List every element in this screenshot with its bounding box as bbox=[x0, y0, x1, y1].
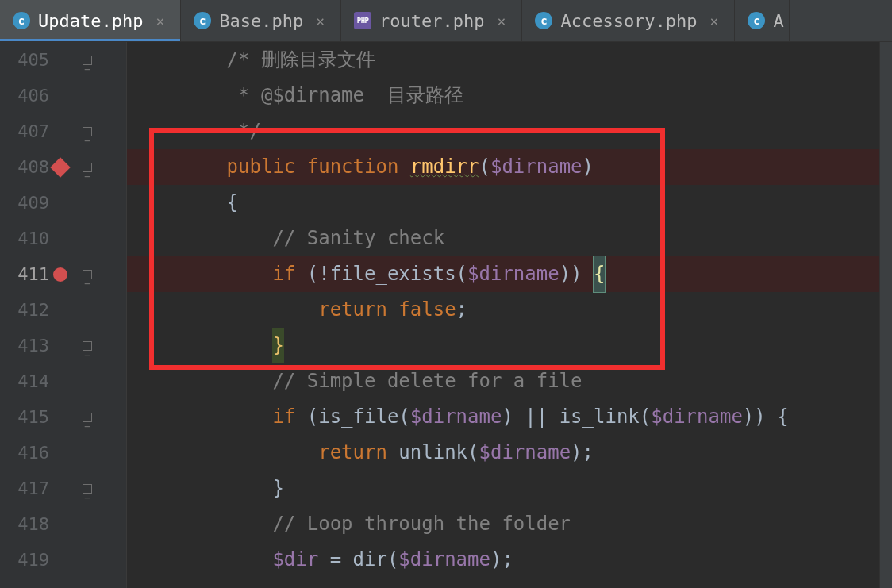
fold-slot[interactable] bbox=[71, 484, 103, 494]
code-line[interactable]: * @$dirname 目录路径 bbox=[127, 78, 892, 113]
editor: 405 406 407 408 409 410 bbox=[0, 42, 892, 588]
class-icon: c bbox=[194, 12, 211, 29]
gutter-row[interactable]: 409 bbox=[0, 185, 126, 221]
gutter: 405 406 407 408 409 410 bbox=[0, 42, 127, 588]
close-icon[interactable]: × bbox=[498, 13, 506, 29]
line-number: 408 bbox=[8, 149, 49, 185]
gutter-row[interactable]: 405 bbox=[0, 42, 126, 78]
fold-icon[interactable] bbox=[83, 163, 92, 172]
matched-brace: { bbox=[594, 256, 605, 292]
vertical-scrollbar[interactable] bbox=[879, 42, 892, 588]
fold-icon[interactable] bbox=[83, 270, 92, 279]
code-line[interactable]: */ bbox=[127, 113, 892, 149]
code-line[interactable]: // Simple delete for a file bbox=[127, 363, 892, 399]
fold-slot[interactable] bbox=[71, 127, 103, 136]
gutter-row[interactable]: 407 bbox=[0, 113, 126, 149]
class-icon: c bbox=[13, 12, 30, 29]
code-line[interactable]: if (!file_exists($dirname)) { bbox=[127, 256, 892, 292]
tab-label: router.php bbox=[379, 11, 484, 31]
fold-icon[interactable] bbox=[83, 56, 92, 65]
fold-icon[interactable] bbox=[83, 484, 92, 494]
code-line[interactable]: if (is_file($dirname) || is_link($dirnam… bbox=[127, 399, 892, 435]
breakpoint-slot[interactable] bbox=[49, 267, 71, 282]
gutter-row[interactable]: 414 bbox=[0, 363, 126, 399]
tab-label: Update.php bbox=[38, 11, 143, 31]
gutter-row[interactable]: 415 bbox=[0, 399, 126, 435]
gutter-row[interactable]: 413 bbox=[0, 328, 126, 363]
class-icon: c bbox=[748, 12, 765, 29]
line-number: 415 bbox=[8, 399, 49, 435]
breakpoint-icon[interactable] bbox=[50, 157, 70, 177]
line-number: 412 bbox=[8, 292, 49, 328]
fold-slot[interactable] bbox=[71, 341, 103, 351]
code-line[interactable]: return false; bbox=[127, 292, 892, 328]
line-number: 406 bbox=[8, 78, 49, 113]
breakpoint-slot[interactable] bbox=[49, 160, 71, 175]
gutter-row[interactable]: 410 bbox=[0, 221, 126, 256]
gutter-row[interactable]: 417 bbox=[0, 471, 126, 506]
code-line[interactable]: } bbox=[127, 471, 892, 506]
matched-brace: } bbox=[272, 328, 283, 363]
line-number: 418 bbox=[8, 506, 49, 542]
line-number: 410 bbox=[8, 221, 49, 256]
gutter-row[interactable]: 411 bbox=[0, 256, 126, 292]
breakpoint-icon[interactable] bbox=[53, 267, 67, 282]
code-line[interactable]: /* 删除目录文件 bbox=[127, 42, 892, 78]
gutter-row[interactable]: 408 bbox=[0, 149, 126, 185]
tab-label: Base.php bbox=[219, 11, 303, 31]
gutter-row[interactable]: 416 bbox=[0, 435, 126, 471]
code-line[interactable]: $dir = dir($dirname); bbox=[127, 542, 892, 578]
tab-truncated[interactable]: c A bbox=[735, 0, 789, 41]
fold-slot[interactable] bbox=[71, 163, 103, 172]
tab-accessory-php[interactable]: c Accessory.php × bbox=[522, 0, 735, 41]
tab-label: Accessory.php bbox=[560, 11, 697, 31]
line-number: 419 bbox=[8, 542, 49, 578]
tab-bar: c Update.php × c Base.php × PHP router.p… bbox=[0, 0, 892, 42]
gutter-row[interactable]: 419 bbox=[0, 542, 126, 578]
tab-base-php[interactable]: c Base.php × bbox=[181, 0, 341, 41]
close-icon[interactable]: × bbox=[710, 13, 719, 29]
code-pane[interactable]: /* 删除目录文件 * @$dirname 目录路径 */ public fun… bbox=[127, 42, 892, 588]
class-icon: c bbox=[535, 12, 552, 29]
gutter-row[interactable]: 406 bbox=[0, 78, 126, 113]
close-icon[interactable]: × bbox=[316, 13, 325, 29]
tab-label: A bbox=[773, 11, 783, 31]
code-line[interactable]: public function rmdirr($dirname) bbox=[127, 149, 892, 185]
code-line[interactable]: } bbox=[127, 328, 892, 363]
gutter-row[interactable]: 418 bbox=[0, 506, 126, 542]
line-number: 411 bbox=[8, 256, 49, 292]
tab-router-php[interactable]: PHP router.php × bbox=[341, 0, 522, 41]
line-number: 407 bbox=[8, 113, 49, 149]
line-number: 405 bbox=[8, 42, 49, 78]
line-number: 414 bbox=[8, 363, 49, 399]
code-line[interactable]: // Sanity check bbox=[127, 221, 892, 256]
line-number: 409 bbox=[8, 185, 49, 221]
tab-update-php[interactable]: c Update.php × bbox=[0, 0, 181, 41]
code-line[interactable]: return unlink($dirname); bbox=[127, 435, 892, 471]
code-line[interactable]: // Loop through the folder bbox=[127, 506, 892, 542]
line-number: 416 bbox=[8, 435, 49, 471]
fold-slot[interactable] bbox=[71, 413, 103, 422]
close-icon[interactable]: × bbox=[156, 13, 164, 29]
line-number: 417 bbox=[8, 471, 49, 506]
fold-icon[interactable] bbox=[83, 341, 92, 351]
line-number: 413 bbox=[8, 328, 49, 363]
php-icon: PHP bbox=[354, 12, 371, 29]
gutter-row[interactable]: 412 bbox=[0, 292, 126, 328]
fold-icon[interactable] bbox=[83, 413, 92, 422]
code-line[interactable]: { bbox=[127, 185, 892, 221]
fold-slot[interactable] bbox=[71, 56, 103, 65]
fold-slot[interactable] bbox=[71, 270, 103, 279]
fold-icon[interactable] bbox=[83, 127, 92, 136]
